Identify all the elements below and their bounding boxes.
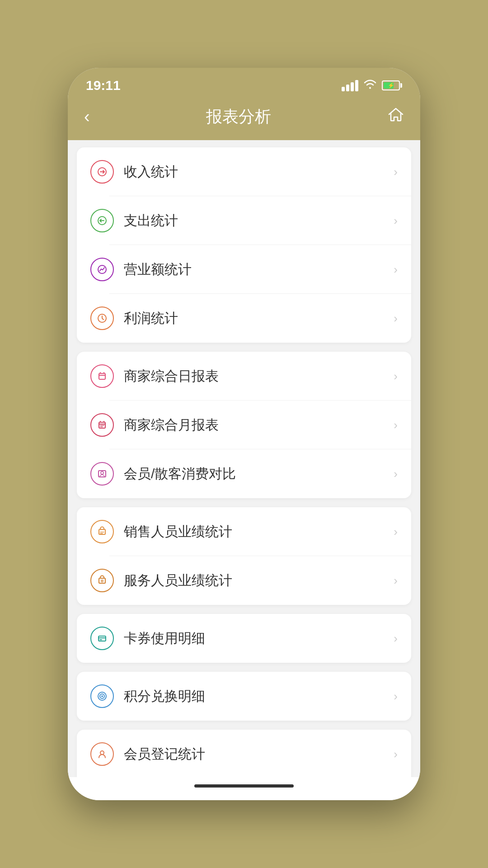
member-register-label: 会员登记统计 — [124, 745, 394, 764]
group-reports: 商家综合日报表 › 商家综合月报表 › — [77, 352, 411, 498]
member-compare-label: 会员/散客消费对比 — [124, 465, 394, 483]
expense-icon — [90, 209, 114, 232]
menu-item-daily-report[interactable]: 商家综合日报表 › — [77, 352, 411, 401]
menu-item-income[interactable]: 收入统计 › — [77, 147, 411, 196]
expense-label: 支出统计 — [124, 212, 394, 230]
signal-icon — [342, 80, 358, 91]
card-detail-label: 卡券使用明细 — [124, 629, 394, 648]
battery-icon: ⚡ — [382, 80, 402, 90]
service-perf-label: 服务人员业绩统计 — [124, 571, 394, 590]
svg-rect-4 — [99, 373, 105, 379]
chevron-icon: › — [394, 418, 398, 432]
group-finance: 收入统计 › 支出统计 › — [77, 147, 411, 343]
menu-item-monthly-report[interactable]: 商家综合月报表 › — [77, 401, 411, 449]
daily-report-icon — [90, 364, 114, 388]
back-button[interactable]: ‹ — [84, 108, 90, 125]
svg-rect-9 — [99, 578, 105, 583]
revenue-label: 营业额统计 — [124, 260, 394, 279]
profit-icon — [90, 307, 114, 330]
svg-point-10 — [101, 580, 103, 582]
chevron-icon: › — [394, 369, 398, 383]
chevron-icon: › — [394, 214, 398, 228]
profit-label: 利润统计 — [124, 309, 394, 328]
chevron-icon: › — [394, 311, 398, 326]
member-compare-icon — [90, 462, 114, 486]
wifi-icon — [364, 79, 376, 92]
income-label: 收入统计 — [124, 163, 394, 181]
chevron-icon: › — [394, 574, 398, 588]
monthly-report-icon — [90, 413, 114, 437]
chevron-icon: › — [394, 467, 398, 481]
points-exchange-label: 积分兑换明细 — [124, 687, 394, 706]
status-time: 19:11 — [86, 78, 121, 93]
sales-perf-label: 销售人员业绩统计 — [124, 523, 394, 541]
group-member-stats: 会员登记统计 › 会员消费统计 › — [77, 730, 411, 777]
menu-item-card-detail[interactable]: 卡券使用明细 › — [77, 614, 411, 663]
menu-item-profit[interactable]: 利润统计 › — [77, 294, 411, 343]
chevron-icon: › — [394, 747, 398, 761]
menu-item-member-compare[interactable]: 会员/散客消费对比 › — [77, 449, 411, 498]
menu-item-member-register[interactable]: 会员登记统计 › — [77, 730, 411, 777]
daily-report-label: 商家综合日报表 — [124, 367, 394, 386]
card-detail-icon — [90, 627, 114, 650]
chevron-icon: › — [394, 689, 398, 703]
monthly-report-label: 商家综合月报表 — [124, 416, 394, 434]
menu-item-expense[interactable]: 支出统计 › — [77, 196, 411, 245]
chevron-icon: › — [394, 525, 398, 539]
member-register-icon — [90, 742, 114, 766]
home-bar-indicator — [194, 784, 294, 788]
sales-perf-icon — [90, 520, 114, 543]
header: ‹ 报表分析 — [68, 99, 420, 140]
svg-point-14 — [101, 695, 103, 697]
svg-point-15 — [100, 751, 104, 755]
income-icon — [90, 160, 114, 184]
content-area: 收入统计 › 支出统计 › — [68, 140, 420, 777]
group-card-detail: 卡券使用明细 › — [77, 614, 411, 663]
service-perf-icon — [90, 569, 114, 592]
revenue-icon — [90, 258, 114, 281]
chevron-icon: › — [394, 263, 398, 277]
chevron-icon: › — [394, 165, 398, 179]
chevron-icon: › — [394, 632, 398, 646]
menu-item-points-exchange[interactable]: 积分兑换明细 › — [77, 672, 411, 721]
menu-item-revenue[interactable]: 营业额统计 › — [77, 245, 411, 294]
menu-item-service-perf[interactable]: 服务人员业绩统计 › — [77, 556, 411, 605]
page-title: 报表分析 — [206, 106, 271, 128]
menu-item-sales-perf[interactable]: 销售人员业绩统计 › — [77, 507, 411, 556]
phone-frame: 19:11 ⚡ ‹ 报表分析 — [68, 68, 420, 800]
status-bar: 19:11 ⚡ — [68, 68, 420, 99]
svg-point-7 — [101, 472, 103, 474]
home-button[interactable] — [388, 107, 404, 126]
group-staff: 销售人员业绩统计 › 服务人员业绩统计 › — [77, 507, 411, 605]
svg-rect-11 — [99, 636, 106, 641]
points-exchange-icon — [90, 684, 114, 708]
home-bar — [68, 777, 420, 800]
group-points: 积分兑换明细 › — [77, 672, 411, 721]
status-icons: ⚡ — [342, 79, 402, 92]
